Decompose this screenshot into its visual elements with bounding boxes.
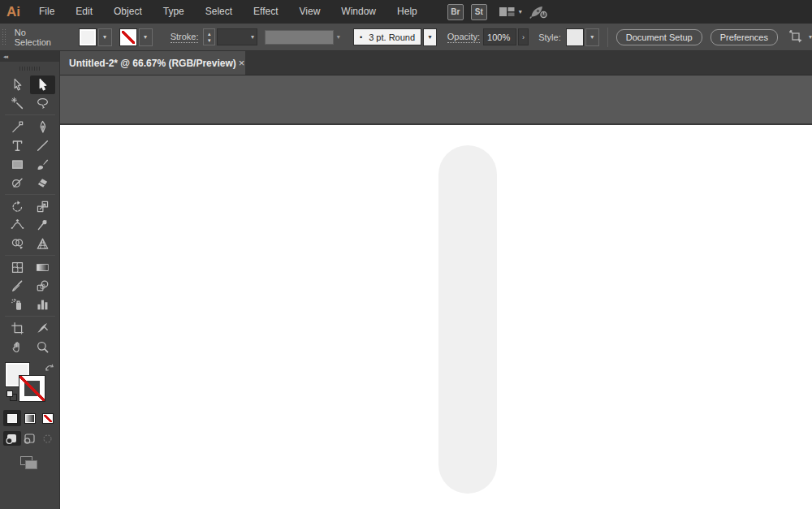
style-label[interactable]: Style: xyxy=(538,32,561,42)
tool-zoom[interactable] xyxy=(30,338,55,356)
tool-magic-wand[interactable] xyxy=(5,94,30,113)
screen-mode-button[interactable] xyxy=(20,456,40,471)
tool-rotate[interactable] xyxy=(5,197,30,216)
none-icon xyxy=(42,413,54,424)
tool-shape-builder[interactable] xyxy=(5,235,30,253)
zoom-icon xyxy=(36,340,50,354)
menu-bar: Ai FileEditObjectTypeSelectEffectViewWin… xyxy=(0,0,812,24)
toolbar-collapse-button[interactable]: ◂◂ xyxy=(0,51,59,62)
fill-swatch[interactable] xyxy=(79,28,97,46)
opacity-panel-link[interactable]: Opacity: xyxy=(447,32,480,43)
opacity-options-button[interactable]: › xyxy=(518,28,529,45)
chevron-down-icon: ▾ xyxy=(429,33,432,41)
graphic-style-swatch[interactable] xyxy=(566,28,584,46)
paintbrush-icon xyxy=(36,157,50,171)
style-dropdown-button[interactable]: ▾ xyxy=(585,28,599,46)
width-icon xyxy=(11,218,24,232)
tool-eyedropper[interactable] xyxy=(5,277,30,295)
menu-file[interactable]: File xyxy=(28,0,65,24)
shape-builder-icon xyxy=(11,237,24,251)
variable-width-profile-dropdown xyxy=(265,30,334,45)
curvature-icon xyxy=(11,120,24,134)
stroke-weight-stepper[interactable]: ▴ ▾ xyxy=(203,28,214,45)
chevron-down-icon: ▾ xyxy=(809,33,812,41)
tool-blend[interactable] xyxy=(30,277,55,295)
fill-dropdown-button[interactable]: ▾ xyxy=(98,28,112,46)
preferences-button[interactable]: Preferences xyxy=(710,29,778,45)
tool-hand[interactable] xyxy=(5,338,30,356)
tool-slice[interactable] xyxy=(30,319,55,338)
tool-lasso[interactable] xyxy=(30,94,55,113)
gpu-performance-icon[interactable] xyxy=(529,4,549,19)
color-button[interactable] xyxy=(3,410,21,426)
menu-select[interactable]: Select xyxy=(195,0,243,24)
appearance-buttons xyxy=(3,410,57,426)
type-icon xyxy=(11,139,24,153)
toolbar-separator xyxy=(5,114,55,115)
draw-behind-button[interactable] xyxy=(21,431,39,446)
tool-perspective-grid[interactable] xyxy=(30,235,55,253)
direct-selection-icon xyxy=(11,78,24,92)
stroke-panel-link[interactable]: Stroke: xyxy=(171,32,199,43)
tool-shaper[interactable] xyxy=(5,174,30,192)
tool-curvature[interactable] xyxy=(5,118,30,136)
tool-type[interactable] xyxy=(5,136,30,155)
stock-button[interactable]: St xyxy=(471,4,487,20)
tool-scale[interactable] xyxy=(30,197,55,216)
pen-icon xyxy=(36,120,50,134)
artwork-pill-shape[interactable] xyxy=(438,145,497,494)
tool-eraser[interactable] xyxy=(30,174,55,192)
canvas-viewport[interactable] xyxy=(60,75,812,509)
hand-icon xyxy=(11,340,24,354)
swap-fill-stroke-icon[interactable] xyxy=(45,363,54,373)
tool-symbol-sprayer[interactable] xyxy=(5,295,30,314)
document-setup-button[interactable]: Document Setup xyxy=(616,29,702,45)
tool-line-segment[interactable] xyxy=(30,136,55,155)
draw-inside-button xyxy=(39,431,57,446)
color-icon xyxy=(6,413,18,424)
tool-artboard[interactable] xyxy=(5,319,30,338)
menu-effect[interactable]: Effect xyxy=(243,0,288,24)
workspace-switcher[interactable]: ▾ xyxy=(499,6,522,18)
close-icon[interactable]: × xyxy=(236,56,248,70)
none-button[interactable] xyxy=(39,410,57,426)
toolbar-grip-handle[interactable] xyxy=(19,67,41,71)
controlbar-separator xyxy=(607,28,608,47)
opacity-input[interactable]: 100% xyxy=(483,28,516,45)
menu-edit[interactable]: Edit xyxy=(65,0,103,24)
tool-mesh[interactable] xyxy=(5,258,30,277)
tool-paintbrush[interactable] xyxy=(30,155,55,174)
tool-rectangle[interactable] xyxy=(5,155,30,174)
gradient-button[interactable] xyxy=(21,410,39,426)
tool-width[interactable] xyxy=(5,216,30,235)
default-fill-stroke-icon[interactable] xyxy=(6,390,18,402)
control-bar: No Selection ▾ ▾ Stroke: ▴ ▾ ▾ ▾ • 3 pt.… xyxy=(0,24,812,51)
brush-dropdown-button[interactable]: ▾ xyxy=(423,28,436,46)
tool-gradient[interactable] xyxy=(30,258,55,277)
select-similar-icon xyxy=(788,29,804,45)
stroke-dropdown-button[interactable]: ▾ xyxy=(139,28,153,46)
tool-direct-selection[interactable] xyxy=(5,75,30,94)
document-tab[interactable]: Untitled-2* @ 66.67% (RGB/Preview) × xyxy=(60,51,245,75)
tool-pen[interactable] xyxy=(30,118,55,136)
draw-normal-button[interactable] xyxy=(3,431,21,446)
menu-help[interactable]: Help xyxy=(387,0,428,24)
app-logo[interactable]: Ai xyxy=(6,4,20,20)
stroke-weight-dropdown[interactable]: ▾ xyxy=(217,28,257,45)
brush-definition-dropdown[interactable]: • 3 pt. Round xyxy=(353,28,422,45)
menu-view[interactable]: View xyxy=(289,0,331,24)
bridge-button[interactable]: Br xyxy=(447,4,464,20)
none-slash-icon xyxy=(19,376,45,401)
menu-window[interactable]: Window xyxy=(330,0,387,24)
stroke-swatch-none[interactable] xyxy=(119,28,137,46)
menu-type[interactable]: Type xyxy=(153,0,195,24)
artboard-icon xyxy=(11,321,24,335)
menu-object[interactable]: Object xyxy=(103,0,153,24)
draw-inside-icon xyxy=(41,434,54,444)
tool-column-graph[interactable] xyxy=(30,295,55,314)
tool-selection[interactable] xyxy=(30,75,55,94)
select-similar-objects[interactable]: ▾ xyxy=(788,29,812,45)
tool-puppet-warp[interactable] xyxy=(30,216,55,235)
controlbar-grip-handle[interactable] xyxy=(2,28,7,46)
stroke-indicator-swatch[interactable] xyxy=(19,376,45,401)
